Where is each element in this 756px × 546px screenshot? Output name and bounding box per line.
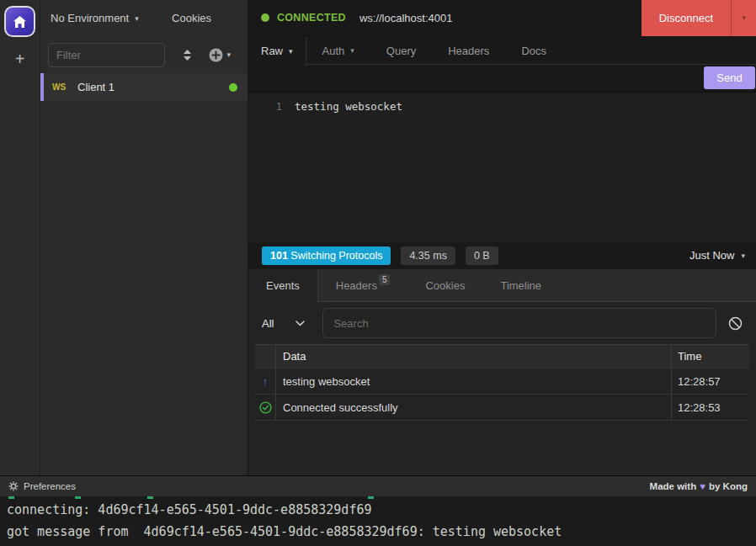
ban-icon bbox=[728, 316, 743, 331]
tab-raw[interactable]: Raw ▾ bbox=[248, 36, 306, 66]
events-filter-row: All bbox=[248, 302, 756, 344]
tab-auth-label: Auth bbox=[322, 45, 345, 57]
tab-query-label: Query bbox=[386, 45, 416, 57]
event-data: testing websocket bbox=[276, 368, 672, 394]
event-row-connected[interactable]: Connected successfully 12:28:53 bbox=[255, 395, 749, 421]
preferences-label: Preferences bbox=[24, 481, 76, 491]
message-sent-icon-cell: ↑ bbox=[255, 368, 276, 394]
chevron-down-icon: ▾ bbox=[350, 46, 354, 55]
home-button[interactable] bbox=[4, 6, 35, 37]
cookies-button[interactable]: Cookies bbox=[172, 12, 211, 24]
client-name: Client 1 bbox=[77, 81, 114, 93]
terminal-line: connecting: 4d69cf14-e565-4501-9ddc-e885… bbox=[7, 499, 756, 521]
chevron-down-icon bbox=[295, 321, 305, 326]
disconnect-menu-button[interactable]: ▾ bbox=[731, 0, 756, 36]
events-table-header: Data Time bbox=[255, 345, 749, 368]
by-kong-text: by Kong bbox=[709, 481, 748, 491]
clear-events-button[interactable] bbox=[728, 316, 743, 331]
event-time: 12:28:57 bbox=[672, 368, 749, 394]
tab-timeline[interactable]: Timeline bbox=[482, 269, 559, 302]
tab-events[interactable]: Events bbox=[248, 269, 318, 302]
headers-count-badge: 5 bbox=[379, 274, 391, 285]
tab-headers-label: Headers bbox=[448, 45, 489, 57]
tab-docs[interactable]: Docs bbox=[505, 36, 562, 65]
events-search-input[interactable] bbox=[322, 308, 716, 338]
sidebar: No Environment ▾ Cookies ▾ WS bbox=[40, 0, 248, 475]
status-footer: Preferences Made with ♥ by Kong bbox=[0, 475, 756, 496]
empty-area bbox=[248, 421, 756, 475]
header-icon-cell bbox=[255, 345, 276, 368]
plus-circle-icon bbox=[209, 48, 223, 62]
request-tabs: Raw ▾ Auth ▾ Query Headers Docs bbox=[248, 36, 756, 65]
events-table: Data Time ↑ testing websocket 12:28:57 bbox=[255, 344, 749, 421]
tab-auth[interactable]: Auth ▾ bbox=[306, 36, 370, 65]
terminal-line: got message from 4d69cf14-e565-4501-9ddc… bbox=[7, 521, 756, 543]
ws-method-tag: WS bbox=[52, 82, 77, 92]
sidebar-header: No Environment ▾ Cookies bbox=[40, 0, 248, 36]
chevron-down-icon: ▾ bbox=[135, 14, 139, 23]
event-data: Connected successfully bbox=[276, 395, 672, 420]
tab-events-label: Events bbox=[266, 279, 300, 292]
client-connected-dot bbox=[229, 83, 237, 92]
duration-badge: 4.35 ms bbox=[401, 246, 455, 265]
disconnect-split-button: Disconnect ▾ bbox=[642, 0, 756, 36]
send-button[interactable]: Send bbox=[704, 66, 755, 89]
response-history-dropdown[interactable]: Just Now ▾ bbox=[689, 249, 745, 262]
main-panel: CONNECTED ws://localhost:4001 Disconnect… bbox=[248, 0, 756, 475]
check-circle-icon bbox=[259, 401, 272, 414]
made-with-text: Made with bbox=[650, 481, 697, 491]
tab-headers[interactable]: Headers bbox=[432, 36, 505, 65]
websocket-url[interactable]: ws://localhost:4001 bbox=[359, 12, 453, 24]
event-type-value: All bbox=[262, 317, 274, 330]
preferences-button[interactable]: Preferences bbox=[8, 481, 76, 491]
event-row-sent[interactable]: ↑ testing websocket 12:28:57 bbox=[255, 368, 749, 395]
tab-raw-label: Raw bbox=[261, 45, 283, 57]
environment-selector[interactable]: No Environment ▾ bbox=[40, 12, 139, 24]
status-text: Switching Protocols bbox=[290, 250, 382, 262]
status-badge: 101 Switching Protocols bbox=[262, 246, 391, 265]
app-window: + No Environment ▾ Cookies bbox=[0, 0, 756, 546]
sort-icon[interactable] bbox=[182, 49, 193, 61]
connected-dot-icon bbox=[261, 13, 269, 22]
message-body[interactable]: testing websocket bbox=[295, 100, 402, 242]
heart-icon: ♥ bbox=[700, 481, 705, 491]
home-icon bbox=[13, 15, 27, 29]
response-tabs: Events Headers5 Cookies Timeline bbox=[248, 268, 756, 302]
tab-docs-label: Docs bbox=[521, 45, 546, 57]
sidebar-filter-row: ▾ bbox=[40, 36, 248, 73]
response-status-bar: 101 Switching Protocols 4.35 ms 0 B Just… bbox=[248, 242, 756, 268]
tab-query[interactable]: Query bbox=[370, 36, 432, 65]
app-rail: + bbox=[0, 0, 40, 475]
tab-timeline-label: Timeline bbox=[500, 279, 541, 292]
url-bar: CONNECTED ws://localhost:4001 Disconnect… bbox=[248, 0, 756, 36]
sidebar-item-client-1[interactable]: WS Client 1 bbox=[40, 73, 248, 101]
connection-status: CONNECTED bbox=[277, 12, 346, 24]
sidebar-filter-input[interactable] bbox=[48, 43, 165, 67]
history-label: Just Now bbox=[689, 249, 734, 262]
disconnect-button[interactable]: Disconnect bbox=[642, 0, 731, 36]
chevron-down-icon: ▾ bbox=[741, 252, 745, 260]
terminal-clipped-line bbox=[0, 496, 756, 500]
tab-response-cookies-label: Cookies bbox=[425, 279, 465, 292]
line-number: 1 bbox=[248, 100, 282, 242]
chevron-down-icon: ▾ bbox=[226, 50, 231, 59]
header-data-cell: Data bbox=[276, 345, 672, 368]
add-project-button[interactable]: + bbox=[15, 50, 25, 67]
tab-response-headers-label: Headers bbox=[336, 279, 377, 292]
event-time: 12:28:53 bbox=[672, 395, 749, 420]
event-type-select[interactable]: All bbox=[259, 317, 305, 330]
environment-label: No Environment bbox=[51, 12, 129, 24]
header-time-cell: Time bbox=[672, 345, 749, 368]
connected-icon-cell bbox=[255, 395, 276, 420]
send-row: Send bbox=[248, 65, 756, 93]
terminal-output[interactable]: connecting: 4d69cf14-e565-4501-9ddc-e885… bbox=[0, 496, 756, 546]
tab-response-cookies[interactable]: Cookies bbox=[407, 269, 482, 302]
message-editor[interactable]: 1 testing websocket bbox=[248, 93, 756, 242]
made-with-kong: Made with ♥ by Kong bbox=[650, 481, 748, 491]
tab-response-headers[interactable]: Headers5 bbox=[318, 269, 408, 302]
gear-icon bbox=[8, 481, 19, 491]
status-code: 101 bbox=[270, 250, 288, 262]
arrow-up-icon: ↑ bbox=[263, 375, 269, 388]
workspace: + No Environment ▾ Cookies bbox=[0, 0, 756, 475]
create-request-button[interactable]: ▾ bbox=[209, 48, 231, 62]
